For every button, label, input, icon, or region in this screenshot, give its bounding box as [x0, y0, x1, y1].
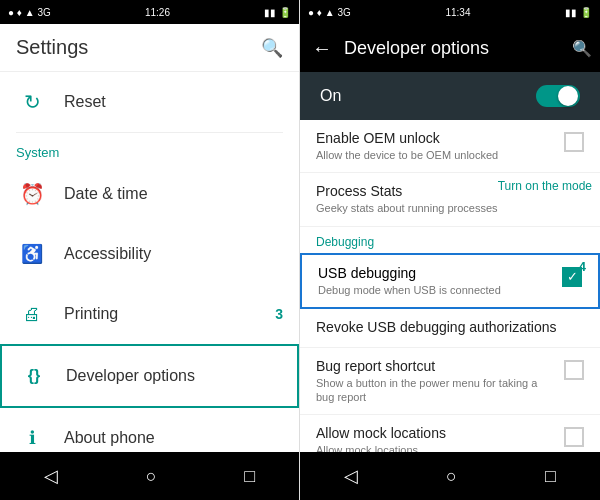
right-content: Enable OEM unlock Allow the device to be…: [300, 120, 600, 452]
left-signal-icons: ● ♦ ▲ 3G: [8, 7, 51, 18]
developer-label: Developer options: [66, 367, 195, 385]
right-battery-icons: ▮▮ 🔋: [565, 7, 592, 18]
menu-item-developer-options[interactable]: {} Developer options: [0, 344, 299, 408]
developer-icon: {}: [18, 360, 50, 392]
setting-text-revoke: Revoke USB debugging authorizations: [316, 319, 584, 337]
on-toggle-bar[interactable]: On: [300, 72, 600, 120]
menu-item-datetime[interactable]: ⏰ Date & time: [0, 164, 299, 224]
setting-text-oem: Enable OEM unlock Allow the device to be…: [316, 130, 556, 162]
oem-title: Enable OEM unlock: [316, 130, 556, 146]
right-back-nav-btn[interactable]: ◁: [336, 457, 366, 495]
process-desc: Geeky stats about running processes: [316, 201, 584, 215]
left-time: 11:26: [145, 7, 170, 18]
left-status-bar: ● ♦ ▲ 3G 11:26 ▮▮ 🔋: [0, 0, 299, 24]
left-content: ↻ Reset System ⏰ Date & time ♿ Accessibi…: [0, 72, 299, 452]
toggle-thumb: [558, 86, 578, 106]
turn-on-hint: Turn on the mode: [498, 175, 592, 195]
right-time: 11:34: [445, 7, 470, 18]
revoke-title: Revoke USB debugging authorizations: [316, 319, 584, 335]
menu-item-reset[interactable]: ↻ Reset: [0, 72, 299, 132]
setting-item-mock-locations[interactable]: Allow mock locations Allow mock location…: [300, 415, 600, 452]
on-toggle-switch[interactable]: [536, 85, 580, 107]
reset-label: Reset: [64, 93, 106, 111]
right-toolbar: ← Developer options 🔍: [300, 24, 600, 72]
menu-item-printing[interactable]: 🖨 Printing 3: [0, 284, 299, 344]
developer-options-title: Developer options: [344, 38, 564, 59]
right-panel: ● ♦ ▲ 3G 11:34 ▮▮ 🔋 ← Developer options …: [300, 0, 600, 500]
bug-desc: Show a button in the power menu for taki…: [316, 376, 556, 405]
mock-checkbox[interactable]: [564, 427, 584, 447]
setting-item-revoke-usb[interactable]: Revoke USB debugging authorizations: [300, 309, 600, 348]
on-label: On: [320, 87, 341, 105]
accessibility-label: Accessibility: [64, 245, 151, 263]
menu-item-about[interactable]: ℹ About phone: [0, 408, 299, 452]
right-home-nav-btn[interactable]: ○: [438, 458, 465, 495]
right-search-icon[interactable]: 🔍: [572, 39, 592, 58]
step-3-badge: 3: [275, 306, 283, 322]
right-back-btn[interactable]: ←: [308, 33, 336, 64]
bug-title: Bug report shortcut: [316, 358, 556, 374]
oem-desc: Allow the device to be OEM unlocked: [316, 148, 556, 162]
setting-item-process-stats[interactable]: Process Stats Geeky stats about running …: [300, 173, 600, 226]
setting-text-usb: USB debugging Debug mode when USB is con…: [318, 265, 554, 297]
settings-title: Settings: [16, 36, 88, 59]
printing-label: Printing: [64, 305, 118, 323]
datetime-icon: ⏰: [16, 178, 48, 210]
menu-item-accessibility[interactable]: ♿ Accessibility: [0, 224, 299, 284]
right-signal-icons: ● ♦ ▲ 3G: [308, 7, 351, 18]
left-recents-btn[interactable]: □: [236, 458, 263, 495]
printing-icon: 🖨: [16, 298, 48, 330]
left-battery-icons: ▮▮ 🔋: [264, 7, 291, 18]
left-home-btn[interactable]: ○: [138, 458, 165, 495]
datetime-label: Date & time: [64, 185, 148, 203]
about-label: About phone: [64, 429, 155, 447]
accessibility-icon: ♿: [16, 238, 48, 270]
setting-text-mock: Allow mock locations Allow mock location…: [316, 425, 556, 452]
setting-item-oem-unlock[interactable]: Enable OEM unlock Allow the device to be…: [300, 120, 600, 173]
bug-checkbox[interactable]: [564, 360, 584, 380]
right-status-bar: ● ♦ ▲ 3G 11:34 ▮▮ 🔋: [300, 0, 600, 24]
reset-icon: ↻: [16, 86, 48, 118]
about-icon: ℹ: [16, 422, 48, 452]
mock-title: Allow mock locations: [316, 425, 556, 441]
setting-item-usb-debug[interactable]: USB debugging Debug mode when USB is con…: [300, 253, 600, 309]
mock-desc: Allow mock locations: [316, 443, 556, 452]
left-toolbar: Settings 🔍: [0, 24, 299, 72]
system-section-header: System: [0, 133, 299, 164]
usb-desc: Debug mode when USB is connected: [318, 283, 554, 297]
debugging-section-label: Debugging: [300, 227, 600, 253]
search-icon[interactable]: 🔍: [261, 37, 283, 59]
usb-title: USB debugging: [318, 265, 554, 281]
oem-checkbox[interactable]: [564, 132, 584, 152]
left-nav-bar: ◁ ○ □: [0, 452, 299, 500]
setting-text-bug: Bug report shortcut Show a button in the…: [316, 358, 556, 405]
left-back-btn[interactable]: ◁: [36, 457, 66, 495]
step-4-badge: 4: [579, 259, 586, 274]
right-recents-nav-btn[interactable]: □: [537, 458, 564, 495]
setting-item-bug-report[interactable]: Bug report shortcut Show a button in the…: [300, 348, 600, 416]
left-panel: ● ♦ ▲ 3G 11:26 ▮▮ 🔋 Settings 🔍 ↻ Reset S…: [0, 0, 300, 500]
right-nav-bar: ◁ ○ □: [300, 452, 600, 500]
